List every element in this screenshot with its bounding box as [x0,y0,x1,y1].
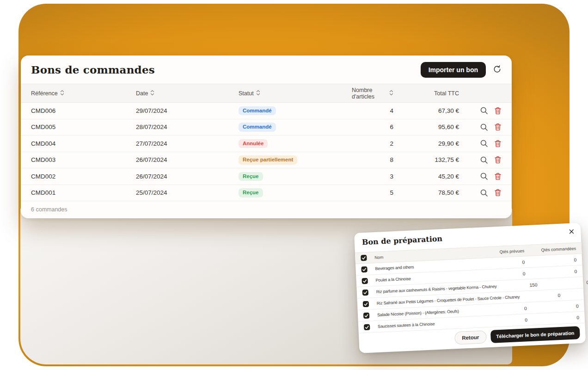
order-reference: CMD004 [31,140,136,147]
qty-ordered: 0 [560,290,588,297]
qty-planned: 0 [484,259,525,266]
qty-planned: 150 [496,282,537,289]
order-reference: CMD003 [31,156,136,163]
order-date: 27/07/2024 [136,140,239,147]
product-name: Beverages and others [375,261,484,271]
sort-icon [389,90,393,97]
qty-planned: 0 [487,317,527,324]
product-name: Salade Nicoise (Poisson) - (Allergènes: … [377,308,486,317]
delete-order-button[interactable] [494,189,502,197]
row-checkbox[interactable] [363,312,370,319]
order-total: 95,60 € [393,123,459,130]
status-badge: Commandé [239,106,276,116]
order-date: 29/07/2024 [136,107,239,114]
view-order-button[interactable] [480,139,488,148]
sort-icon [60,90,64,97]
refresh-icon [493,65,502,75]
status-badge: Reçue partiellement [239,155,297,165]
orders-table-header: Référence Date Statut Nombre d'articles … [21,84,512,103]
order-total: 45,20 € [393,173,459,180]
order-articles-count: 6 [352,123,393,130]
order-articles-count: 2 [352,140,393,147]
qty-ordered: 0 [525,257,576,265]
order-total: 67,30 € [393,107,459,114]
table-row: CMD002 26/07/2024 Reçue 3 45,20 € [21,168,512,185]
view-order-button[interactable] [480,106,488,115]
row-checkbox[interactable] [363,301,369,307]
column-header-qty-planned: Qtés prévues [484,248,524,255]
page-title: Bons de commandes [31,63,155,76]
column-header-statut[interactable]: Statut [239,90,352,97]
order-total: 78,50 € [393,189,459,196]
row-checkbox[interactable] [361,278,368,284]
table-row: CMD001 25/07/2024 Reçue 5 78,50 € [21,185,512,202]
qty-ordered: 0 [537,280,588,287]
delete-order-button[interactable] [494,173,502,180]
delete-order-button[interactable] [494,123,502,131]
delete-order-button[interactable] [494,140,502,148]
order-articles-count: 8 [352,156,393,163]
qty-planned: 0 [486,306,527,313]
qty-planned: 0 [484,271,525,278]
column-label: Référence [31,90,58,97]
import-order-button[interactable]: Importer un bon [421,62,486,78]
sort-icon [150,90,154,97]
delete-order-button[interactable] [494,107,502,115]
orders-card: Bons de commandes Importer un bon Référe… [21,56,512,218]
column-label: Date [136,90,148,97]
order-reference: CMD005 [31,123,136,130]
status-badge: Reçue [239,188,263,197]
table-row: CMD003 26/07/2024 Reçue partiellement 8 … [21,152,512,169]
back-button[interactable]: Retour [454,330,487,345]
order-reference: CMD006 [31,107,136,114]
column-header-nom: Nom [374,250,484,260]
table-row: CMD005 28/07/2024 Commandé 6 95,60 € [21,119,512,136]
view-order-button[interactable] [480,172,488,180]
column-label: Nombre d'articles [352,87,387,100]
view-order-button[interactable] [480,123,488,131]
order-date: 25/07/2024 [136,189,239,196]
download-preparation-button[interactable]: Télécharger le bon de préparation [490,326,580,343]
column-header-qty-ordered: Qtés commandées [524,246,576,253]
order-reference: CMD001 [31,189,136,196]
refresh-button[interactable] [493,65,502,75]
product-name: Saucisses sautees à la Chinoise [378,319,487,329]
order-date: 28/07/2024 [136,123,239,130]
preparation-card: Bon de préparation Nom Qtés prévues Qtés… [354,223,586,353]
column-header-reference[interactable]: Référence [31,90,136,97]
orders-card-header: Bons de commandes Importer un bon [21,56,512,84]
status-badge: Commandé [239,123,276,132]
column-label: Statut [239,90,254,97]
column-header-date[interactable]: Date [136,90,239,97]
order-date: 26/07/2024 [136,156,239,163]
order-articles-count: 4 [352,107,393,114]
row-checkbox[interactable] [364,324,370,330]
table-row: CMD004 27/07/2024 Annulée 2 29,90 € [21,136,512,152]
status-badge: Reçue [239,172,263,181]
order-articles-count: 3 [352,173,393,180]
order-reference: CMD002 [31,173,136,180]
product-name: Poulet a la Chinoise [375,273,484,283]
hero-composition: Bons de commandes Importer un bon Référe… [0,0,588,370]
select-all-checkbox[interactable] [361,255,367,261]
view-order-button[interactable] [480,156,488,164]
column-header-total: Total TTC [393,90,459,97]
column-header-articles[interactable]: Nombre d'articles [352,87,393,100]
order-articles-count: 5 [352,189,393,196]
close-button[interactable] [568,227,575,236]
row-checkbox[interactable] [361,266,368,272]
table-row: CMD006 29/07/2024 Commandé 4 67,30 € [21,103,512,119]
delete-order-button[interactable] [494,156,502,164]
row-checkbox[interactable] [362,289,369,296]
qty-ordered: 0 [525,269,577,276]
qty-planned: 0 [520,292,560,299]
close-icon [569,228,574,235]
column-label: Total TTC [434,90,459,97]
view-order-button[interactable] [480,189,488,197]
order-total: 132,75 € [393,156,459,163]
qty-ordered: 0 [527,303,578,311]
order-total: 29,90 € [393,140,459,147]
orders-count-label: 6 commandes [31,206,67,213]
sort-icon [256,90,260,97]
status-badge: Annulée [239,139,268,148]
